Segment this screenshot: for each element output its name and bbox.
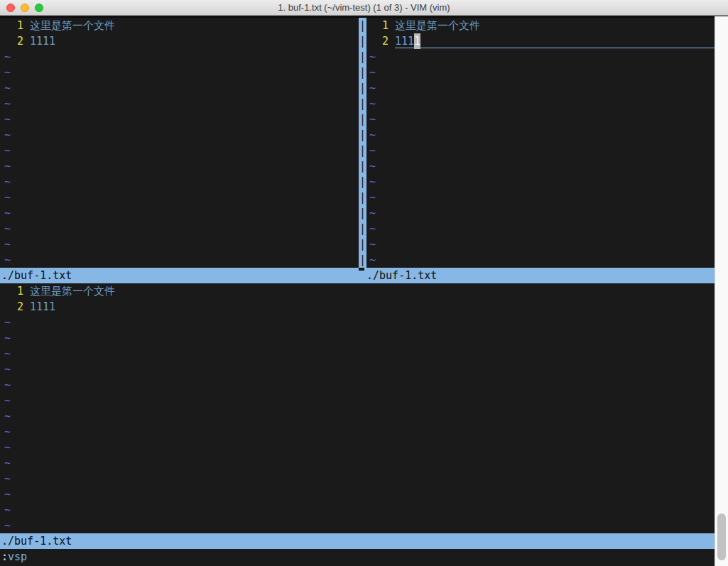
empty-line-tilde: ~ [0,346,715,361]
divider-bar-glyph: | [359,221,366,236]
empty-line-tilde: ~ [366,205,715,221]
empty-line-tilde: ~ [0,65,359,80]
divider-bar-glyph: | [359,18,366,33]
buffer-line-cursor: 21111 [366,33,715,49]
empty-line-tilde: ~ [366,252,715,268]
empty-line-tilde: ~ [366,236,715,252]
empty-line-tilde: ~ [0,111,359,127]
window-titlebar: 1. buf-1.txt (~/vim-test) (1 of 3) - VIM… [0,0,728,16]
vim-main-area: 1这里是第一个文件21111~~~~~~~~~~~~~~ |||||||||||… [0,16,715,566]
empty-line-tilde: ~ [0,440,715,455]
line-text: 这里是第一个文件 [30,285,115,298]
statusline-top[interactable]: ./buf-1.txt ./buf-1.txt [0,268,715,283]
divider-bar-glyph: | [359,174,366,190]
empty-line-tilde: ~ [0,96,359,111]
vim-window-top-right[interactable]: 1这里是第一个文件21111~~~~~~~~~~~~~~ [366,18,715,268]
empty-line-tilde: ~ [366,80,715,96]
empty-line-tilde: ~ [366,174,715,190]
empty-line-tilde: ~ [366,127,715,143]
empty-line-tilde: ~ [0,408,715,424]
vim-command-line[interactable]: :vsp [0,549,715,566]
empty-line-tilde: ~ [0,221,359,236]
empty-line-tilde: ~ [0,393,715,408]
buffer-line: 1这里是第一个文件 [0,18,359,33]
statusline-bottom[interactable]: ./buf-1.txt [0,533,715,549]
empty-line-tilde: ~ [0,190,359,205]
empty-line-tilde: ~ [366,49,715,65]
line-number: 2 [369,33,395,49]
vim-application: 1这里是第一个文件21111~~~~~~~~~~~~~~ |||||||||||… [0,16,728,566]
divider-bar-glyph: | [359,205,366,221]
empty-line-tilde: ~ [0,361,715,377]
line-number: 1 [4,18,30,33]
empty-line-tilde: ~ [0,252,359,268]
empty-line-tilde: ~ [0,205,359,221]
text-cursor: 1 [414,33,420,49]
top-split: 1这里是第一个文件21111~~~~~~~~~~~~~~ |||||||||||… [0,18,715,268]
divider-bar-glyph: | [359,190,366,205]
empty-line-tilde: ~ [0,377,715,393]
vim-window-bottom[interactable]: 1这里是第一个文件21111~~~~~~~~~~~~~~ [0,283,715,533]
cursorline-underline: 1111 [395,33,715,48]
divider-bar-glyph: | [359,49,366,65]
empty-line-tilde: ~ [0,315,715,330]
divider-bar-glyph: | [359,127,366,143]
statusline-filename-bottom: ./buf-1.txt [1,533,72,549]
empty-line-tilde: ~ [0,49,359,65]
empty-line-tilde: ~ [0,330,715,346]
empty-line-tilde: ~ [0,471,715,486]
empty-line-tilde: ~ [366,96,715,111]
empty-line-tilde: ~ [366,65,715,80]
divider-bar-glyph: | [359,143,366,158]
empty-line-tilde: ~ [366,190,715,205]
vertical-split-divider[interactable]: |||||||||||||||| [359,18,366,268]
statusline-filename-right: ./buf-1.txt [366,268,437,283]
vim-window-top-left[interactable]: 1这里是第一个文件21111~~~~~~~~~~~~~~ [0,18,359,268]
line-text: 这里是第一个文件 [30,19,115,32]
minimize-button[interactable] [21,4,29,12]
empty-line-tilde: ~ [0,158,359,174]
empty-line-tilde: ~ [366,158,715,174]
line-number: 1 [369,18,395,33]
empty-line-tilde: ~ [0,143,359,158]
empty-line-tilde: ~ [0,455,715,471]
buffer-line: 21111 [0,33,359,49]
empty-line-tilde: ~ [0,127,359,143]
empty-line-tilde: ~ [0,236,359,252]
traffic-lights [6,4,43,12]
buffer-line: 1这里是第一个文件 [366,18,715,33]
divider-bar-glyph: | [359,96,366,111]
line-number: 2 [4,33,30,49]
divider-bar-glyph: | [359,236,366,252]
empty-line-tilde: ~ [0,502,715,518]
empty-line-tilde: ~ [0,518,715,533]
divider-bar-glyph: | [359,65,366,80]
divider-bar-glyph: | [359,33,366,49]
empty-line-tilde: ~ [0,424,715,440]
empty-line-tilde: ~ [0,174,359,190]
empty-line-tilde: ~ [0,80,359,96]
statusline-filename-left: ./buf-1.txt [1,268,72,283]
close-button[interactable] [6,4,15,12]
scrollbar-thumb[interactable] [717,513,726,560]
scrollbar-track[interactable] [715,16,728,566]
divider-end-notch [359,268,364,271]
empty-line-tilde: ~ [0,486,715,502]
buffer-line: 21111 [0,299,715,315]
line-text: 这里是第一个文件 [395,19,480,32]
divider-bar-glyph: | [359,111,366,127]
window-title: 1. buf-1.txt (~/vim-test) (1 of 3) - VIM… [278,2,450,13]
divider-bar-glyph: | [359,158,366,174]
line-text: 111 [395,35,414,48]
buffer-line: 1这里是第一个文件 [0,283,715,299]
empty-line-tilde: ~ [366,111,715,127]
empty-line-tilde: ~ [366,143,715,158]
divider-bar-glyph: | [359,252,366,268]
line-text: 1111 [30,35,55,48]
zoom-button[interactable] [35,4,43,12]
divider-bar-glyph: | [359,80,366,96]
empty-line-tilde: ~ [366,221,715,236]
